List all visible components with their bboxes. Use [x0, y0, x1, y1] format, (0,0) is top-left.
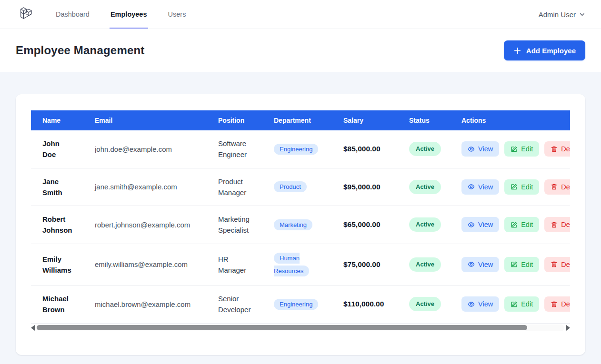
view-button[interactable]: View — [461, 257, 499, 272]
edit-button[interactable]: Edit — [504, 257, 539, 272]
col-header-status: Status — [398, 110, 450, 130]
employee-salary: $75,000.00 — [332, 244, 398, 285]
table-row: Michael Brown michael.brown@example.com … — [31, 285, 570, 324]
edit-button[interactable]: Edit — [504, 217, 539, 232]
nav-item-employees[interactable]: Employees — [110, 0, 148, 29]
table-row: Robert Johnson robert.johnson@example.co… — [31, 206, 570, 244]
employee-email: jane.smith@example.com — [83, 168, 207, 206]
scroll-left-arrow[interactable] — [31, 325, 35, 331]
employee-name: Emily Williams — [31, 244, 83, 285]
edit-icon — [511, 146, 518, 153]
department-badge: Human Resources — [274, 253, 309, 276]
edit-button[interactable]: Edit — [504, 179, 539, 195]
delete-button[interactable]: Delete — [544, 217, 570, 232]
edit-button[interactable]: Edit — [504, 141, 539, 157]
employee-name: Jane Smith — [31, 168, 83, 206]
delete-button[interactable]: Delete — [544, 296, 570, 312]
employee-salary: $65,000.00 — [332, 206, 398, 244]
col-header-department: Department — [262, 110, 332, 130]
scrollbar-track[interactable] — [37, 325, 564, 331]
table-row: Jane Smith jane.smith@example.com Produc… — [31, 168, 570, 206]
employee-name: John Doe — [31, 130, 83, 168]
employee-position: Product Manager — [207, 168, 262, 206]
employee-email: emily.williams@example.com — [83, 244, 207, 285]
nav-links: Dashboard Employees Users — [55, 0, 187, 29]
status-badge: Active — [409, 142, 441, 156]
table-header-row: Name Email Position Department Salary St… — [31, 110, 570, 130]
trash-icon — [551, 146, 558, 153]
view-button[interactable]: View — [461, 179, 499, 195]
employee-email: robert.johnson@example.com — [83, 206, 207, 244]
scroll-right-arrow[interactable] — [566, 325, 570, 331]
view-button[interactable]: View — [461, 296, 499, 312]
top-navbar: Dashboard Employees Users Admin User — [0, 0, 601, 29]
eye-icon — [468, 301, 475, 308]
status-badge: Active — [409, 180, 441, 194]
employee-email: john.doe@example.com — [83, 130, 207, 168]
department-badge: Marketing — [274, 219, 312, 230]
delete-button[interactable]: Delete — [544, 257, 570, 272]
edit-icon — [511, 301, 518, 308]
employee-salary: $85,000.00 — [332, 130, 398, 168]
page-header: Employee Management Add Employee — [0, 29, 601, 72]
employee-salary: $95,000.00 — [332, 168, 398, 206]
employees-table: Name Email Position Department Salary St… — [31, 110, 570, 324]
trash-icon — [551, 221, 558, 228]
department-badge: Engineering — [274, 144, 318, 155]
trash-icon — [551, 301, 558, 308]
status-badge: Active — [409, 297, 441, 311]
employee-email: michael.brown@example.com — [83, 285, 207, 324]
page-title: Employee Management — [16, 44, 145, 57]
employee-name: Michael Brown — [31, 285, 83, 324]
employee-salary: $110,000.00 — [332, 285, 398, 324]
edit-icon — [511, 221, 518, 228]
eye-icon — [468, 261, 475, 268]
employees-card: Name Email Position Department Salary St… — [16, 94, 585, 355]
trash-icon — [551, 183, 558, 190]
delete-button[interactable]: Delete — [544, 141, 570, 157]
employee-position: Marketing Specialist — [207, 206, 262, 244]
eye-icon — [468, 183, 475, 190]
plus-icon — [513, 47, 521, 55]
trash-icon — [551, 261, 558, 268]
eye-icon — [468, 146, 475, 153]
employees-table-viewport: Name Email Position Department Salary St… — [31, 110, 570, 324]
user-menu[interactable]: Admin User — [539, 0, 585, 29]
employee-position: HR Manager — [207, 244, 262, 285]
user-menu-label: Admin User — [539, 10, 576, 19]
horizontal-scrollbar[interactable] — [31, 324, 570, 332]
status-badge: Active — [409, 257, 441, 272]
col-header-name: Name — [31, 110, 83, 130]
edit-icon — [511, 261, 518, 268]
view-button[interactable]: View — [461, 141, 499, 157]
edit-icon — [511, 183, 518, 190]
eye-icon — [468, 221, 475, 228]
chevron-down-icon — [579, 11, 585, 18]
add-employee-label: Add Employee — [526, 47, 576, 55]
nav-item-users[interactable]: Users — [167, 0, 187, 29]
scrollbar-thumb[interactable] — [37, 325, 527, 330]
col-header-actions: Actions — [450, 110, 570, 130]
main-content: Name Email Position Department Salary St… — [0, 72, 601, 355]
department-badge: Engineering — [274, 299, 318, 310]
col-header-position: Position — [207, 110, 262, 130]
nav-item-dashboard[interactable]: Dashboard — [55, 0, 90, 29]
delete-button[interactable]: Delete — [544, 179, 570, 195]
col-header-salary: Salary — [332, 110, 398, 130]
edit-button[interactable]: Edit — [504, 296, 539, 312]
employee-name: Robert Johnson — [31, 206, 83, 244]
col-header-email: Email — [83, 110, 207, 130]
add-employee-button[interactable]: Add Employee — [504, 40, 585, 60]
department-badge: Product — [274, 181, 307, 192]
status-badge: Active — [409, 217, 441, 232]
table-row: John Doe john.doe@example.com Software E… — [31, 130, 570, 168]
view-button[interactable]: View — [461, 217, 499, 232]
employee-position: Software Engineer — [207, 130, 262, 168]
laravel-logo[interactable] — [16, 0, 34, 29]
employee-position: Senior Developer — [207, 285, 262, 324]
table-row: Emily Williams emily.williams@example.co… — [31, 244, 570, 285]
